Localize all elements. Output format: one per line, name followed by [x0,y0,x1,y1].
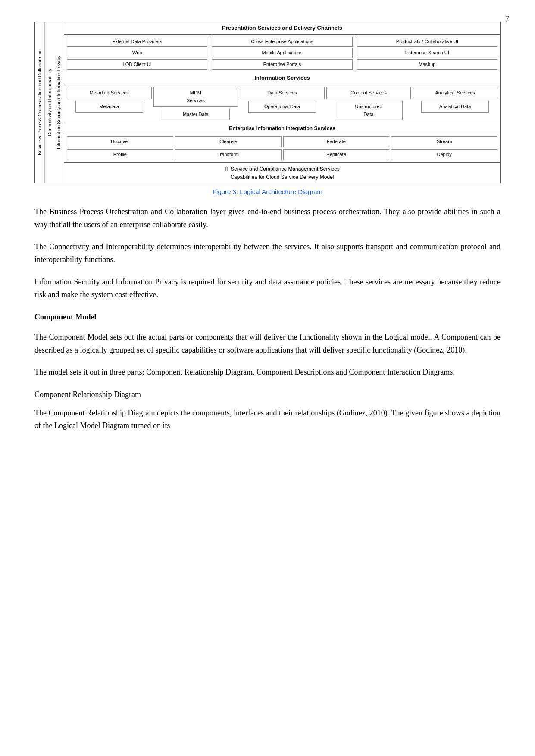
mdm-services-top: MDM Services [153,87,238,106]
col-metadata: Metadata Services Metadata [67,87,152,120]
para-1: The Business Process Orchestration and C… [34,206,501,231]
component-para-2: The model sets it out in three parts; Co… [34,366,501,379]
integration-deploy: Deploy [391,149,497,160]
col-content: Content Services Unstructured Data [326,87,411,120]
para-3: Information Security and Information Pri… [34,276,501,301]
pres-cell-2-3: Enterprise Search UI [357,48,497,58]
integration-replicate: Replicate [283,149,390,160]
integration-grid-row2: Profile Transform Replicate Deploy [64,149,500,162]
integration-cleanse: Cleanse [175,136,282,147]
integration-federate: Federate [283,136,390,147]
analytical-services-top: Analytical Services [413,87,497,99]
final-para: The Component Relationship Diagram depic… [34,407,501,432]
pres-cell-3-1: LOB Client UI [67,59,207,70]
it-service-line1: IT Service and Compliance Management Ser… [66,165,498,173]
col-data: Data Services Operational Data [240,87,325,120]
diagram-main-content: Presentation Services and Delivery Chann… [64,22,500,183]
analytical-services-bottom: Analytical Data [421,101,489,113]
content-services-top: Content Services [326,87,411,99]
pres-grid: External Data Providers Cross-Enterprise… [67,37,497,70]
label-info-security: Information Security and Information Pri… [54,22,64,183]
integration-section: Enterprise Information Integration Servi… [64,123,500,162]
label-business-process: Business Process Orchestration and Colla… [35,22,45,183]
sub-heading-component-relationship: Component Relationship Diagram [34,388,501,401]
content-services-bottom: Unstructured Data [335,101,402,120]
integration-profile: Profile [67,149,173,160]
info-services-header: Information Services [64,72,500,85]
integration-header: Enterprise Information Integration Servi… [64,123,500,134]
logical-architecture-diagram: Business Process Orchestration and Colla… [34,22,501,183]
integration-grid-row1: Discover Cleanse Federate Stream [64,134,500,149]
metadata-services-top: Metadata Services [67,87,152,99]
component-para-1: The Component Model sets out the actual … [34,331,501,356]
pres-cell-1-1: External Data Providers [67,37,207,47]
pres-cell-3-2: Enterprise Portals [212,59,352,70]
pres-cell-2-1: Web [67,48,207,58]
it-service-line2: Capabilities for Cloud Service Delivery … [66,173,498,181]
info-services-section: Information Services Metadata Services M… [64,72,500,124]
metadata-services-bottom: Metadata [75,101,143,113]
col-mdm: MDM Services Master Data [153,87,238,120]
integration-stream: Stream [391,136,497,147]
label-connectivity: Connectivity and Interoperability [45,22,55,183]
it-service-section: IT Service and Compliance Management Ser… [64,162,500,183]
section-heading-component-model: Component Model [34,311,501,323]
col-analytical: Analytical Services Analytical Data [413,87,497,120]
page-number: 7 [505,13,509,25]
data-services-bottom: Operational Data [248,101,316,113]
integration-transform: Transform [175,149,282,160]
pres-cell-1-2: Cross-Enterprise Applications [212,37,352,47]
presentation-services-header: Presentation Services and Delivery Chann… [64,22,500,35]
integration-discover: Discover [67,136,173,147]
pres-cell-1-3: Productivity / Collaborative UI [357,37,497,47]
pres-cell-3-3: Mashup [357,59,497,70]
presentation-rows: External Data Providers Cross-Enterprise… [64,35,500,72]
left-labels: Business Process Orchestration and Colla… [35,22,64,183]
data-services-top: Data Services [240,87,325,99]
para-2: The Connectivity and Interoperability de… [34,241,501,266]
figure-caption: Figure 3: Logical Architecture Diagram [34,187,501,197]
pres-cell-2-2: Mobile Applications [212,48,352,58]
mdm-services-bottom: Master Data [162,109,229,121]
info-services-content: Metadata Services Metadata MDM Services … [64,84,500,123]
